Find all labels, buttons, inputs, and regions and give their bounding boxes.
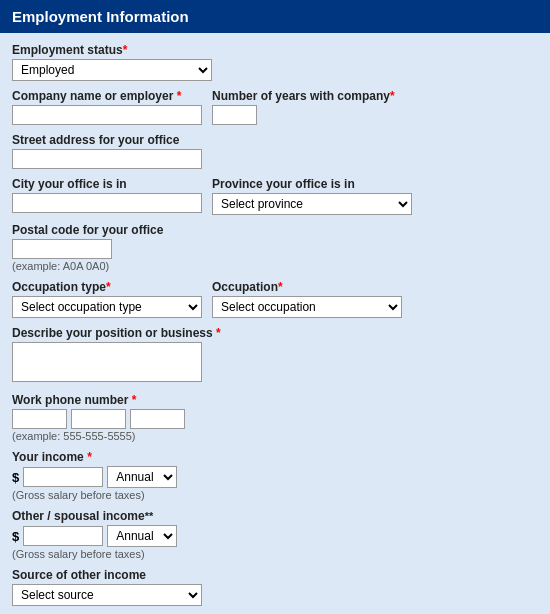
work-phone-group: Work phone number * (example: 555-555-55… <box>12 393 538 442</box>
street-address-group: Street address for your office <box>12 133 538 169</box>
position-group: Describe your position or business * <box>12 326 538 385</box>
employment-status-select[interactable]: Employed Self-Employed Retired Student U… <box>12 59 212 81</box>
position-textarea[interactable] <box>12 342 202 382</box>
company-name-group: Company name or employer * <box>12 89 202 125</box>
street-address-input[interactable] <box>12 149 202 169</box>
phone-part2-input[interactable] <box>71 409 126 429</box>
spousal-income-hint: (Gross salary before taxes) <box>12 548 538 560</box>
spousal-income-row: $ Annual Monthly <box>12 525 538 547</box>
province-select[interactable]: Select province AB BC MB NB NL NS ON QC … <box>212 193 412 215</box>
city-label: City your office is in <box>12 177 202 191</box>
city-group: City your office is in <box>12 177 202 213</box>
form-body: Employment status* Employed Self-Employe… <box>0 33 550 614</box>
company-name-input[interactable] <box>12 105 202 125</box>
page-title: Employment Information <box>12 8 189 25</box>
your-income-row: $ Annual Monthly <box>12 466 538 488</box>
your-income-group: Your income * $ Annual Monthly (Gross sa… <box>12 450 538 501</box>
city-province-row: City your office is in Province your off… <box>12 177 538 223</box>
postal-code-label: Postal code for your office <box>12 223 538 237</box>
phone-part3-input[interactable] <box>130 409 185 429</box>
years-company-label: Number of years with company* <box>212 89 395 103</box>
occupation-label: Occupation* <box>212 280 402 294</box>
years-company-group: Number of years with company* <box>212 89 395 125</box>
spousal-income-label: Other / spousal income** <box>12 509 538 523</box>
spousal-income-input[interactable] <box>23 526 103 546</box>
work-phone-label: Work phone number * <box>12 393 538 407</box>
occupation-row: Occupation type* Select occupation type … <box>12 280 538 326</box>
your-income-label: Your income * <box>12 450 538 464</box>
spousal-income-period-select[interactable]: Annual Monthly <box>107 525 177 547</box>
phone-row <box>12 409 538 429</box>
your-income-input[interactable] <box>23 467 103 487</box>
spousal-income-dollar: $ <box>12 529 19 544</box>
occupation-group: Occupation* Select occupation <box>212 280 402 318</box>
city-input[interactable] <box>12 193 202 213</box>
postal-code-input[interactable] <box>12 239 112 259</box>
company-name-label: Company name or employer * <box>12 89 202 103</box>
employment-status-group: Employment status* Employed Self-Employe… <box>12 43 538 81</box>
occupation-type-label: Occupation type* <box>12 280 202 294</box>
source-income-group: Source of other income Select source <box>12 568 538 606</box>
street-address-label: Street address for your office <box>12 133 538 147</box>
province-label: Province your office is in <box>212 177 412 191</box>
your-income-dollar: $ <box>12 470 19 485</box>
company-years-row: Company name or employer * Number of yea… <box>12 89 538 133</box>
postal-code-group: Postal code for your office (example: A0… <box>12 223 538 272</box>
phone-hint: (example: 555-555-5555) <box>12 430 538 442</box>
page-header: Employment Information <box>0 0 550 33</box>
postal-code-hint: (example: A0A 0A0) <box>12 260 538 272</box>
spousal-income-group: Other / spousal income** $ Annual Monthl… <box>12 509 538 560</box>
province-group: Province your office is in Select provin… <box>212 177 412 215</box>
position-label: Describe your position or business * <box>12 326 538 340</box>
source-income-select[interactable]: Select source <box>12 584 202 606</box>
occupation-select[interactable]: Select occupation <box>212 296 402 318</box>
page-container: Employment Information Employment status… <box>0 0 550 614</box>
occupation-type-group: Occupation type* Select occupation type <box>12 280 202 318</box>
employment-status-label: Employment status* <box>12 43 538 57</box>
your-income-hint: (Gross salary before taxes) <box>12 489 538 501</box>
phone-part1-input[interactable] <box>12 409 67 429</box>
years-company-input[interactable] <box>212 105 257 125</box>
source-income-label: Source of other income <box>12 568 538 582</box>
occupation-type-select[interactable]: Select occupation type <box>12 296 202 318</box>
your-income-period-select[interactable]: Annual Monthly <box>107 466 177 488</box>
